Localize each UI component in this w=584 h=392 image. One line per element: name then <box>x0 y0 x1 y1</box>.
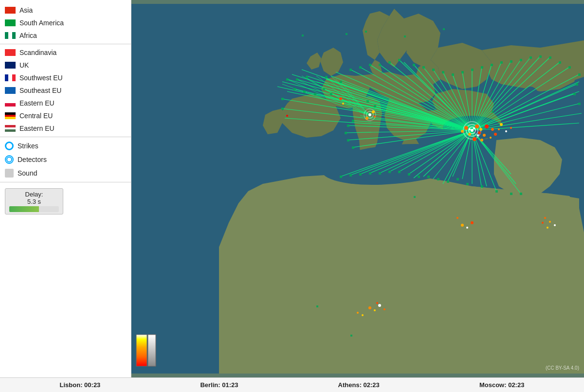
svg-rect-145 <box>340 176 342 178</box>
svg-rect-149 <box>379 172 381 175</box>
svg-point-209 <box>368 306 371 309</box>
svg-rect-153 <box>418 176 420 178</box>
city-berlin: Berlin: 01:23 <box>200 381 238 389</box>
sidebar-item-southwest-eu[interactable]: Southwest EU <box>0 71 131 84</box>
svg-rect-102 <box>296 78 298 81</box>
svg-rect-115 <box>461 71 464 73</box>
svg-rect-140 <box>352 120 354 122</box>
svg-rect-169 <box>443 28 445 30</box>
svg-rect-108 <box>388 61 391 64</box>
sidebar-item-detectors[interactable]: Detectors <box>0 153 131 166</box>
svg-point-199 <box>372 110 375 113</box>
svg-rect-141 <box>347 125 349 127</box>
svg-point-220 <box>547 227 548 229</box>
svg-point-3 <box>518 87 543 135</box>
city-moscow: Moscow: 02:23 <box>479 381 524 389</box>
svg-rect-110 <box>413 64 415 66</box>
svg-rect-133 <box>303 90 306 93</box>
svg-rect-129 <box>573 93 576 95</box>
svg-rect-136 <box>323 88 325 90</box>
svg-rect-159 <box>481 185 483 188</box>
svg-rect-130 <box>578 103 581 105</box>
sidebar-item-uk[interactable]: UK <box>0 59 131 71</box>
svg-point-179 <box>464 126 468 130</box>
svg-rect-127 <box>578 73 581 76</box>
svg-rect-106 <box>369 64 371 66</box>
sidebar-item-africa[interactable]: Africa <box>0 29 131 42</box>
flag-southeast-eu <box>5 87 16 94</box>
svg-rect-160 <box>495 190 498 193</box>
city-athens: Athens: 02:23 <box>338 381 380 389</box>
sidebar-label-south-america: South America <box>19 19 64 27</box>
svg-point-215 <box>362 314 364 316</box>
sidebar-label-africa: Africa <box>19 32 37 39</box>
sidebar-item-eastern-eu-2[interactable]: Eastern EU <box>0 122 131 135</box>
svg-point-206 <box>461 224 464 227</box>
svg-point-178 <box>478 131 481 134</box>
svg-point-190 <box>500 123 503 126</box>
svg-rect-142 <box>345 132 347 134</box>
svg-rect-100 <box>325 76 328 78</box>
sidebar-label-southeast-eu: Southeast EU <box>19 87 61 94</box>
map-svg: (CC BY-SA 4.0) 2811 <box>131 0 584 377</box>
divider-2 <box>0 137 131 137</box>
svg-rect-166 <box>414 196 416 198</box>
svg-rect-144 <box>352 146 354 149</box>
svg-rect-101 <box>306 76 308 78</box>
sidebar-label-eastern-eu-1: Eastern EU <box>19 99 55 107</box>
svg-point-184 <box>485 125 489 128</box>
svg-point-198 <box>368 113 371 116</box>
svg-rect-120 <box>510 60 512 63</box>
svg-point-175 <box>471 129 474 132</box>
flag-southwest-eu <box>5 74 16 81</box>
svg-rect-222 <box>136 335 147 366</box>
sidebar-item-southeast-eu[interactable]: Southeast EU <box>0 84 131 97</box>
delay-progress-bar <box>9 206 59 212</box>
svg-rect-113 <box>442 71 444 73</box>
svg-point-216 <box>544 217 546 219</box>
sidebar-item-scandinavia[interactable]: Scandinavia <box>0 46 131 59</box>
sidebar-item-asia[interactable]: Asia <box>0 4 131 17</box>
map-container[interactable]: (CC BY-SA 4.0) 2811 <box>131 0 584 377</box>
sidebar-item-strikes[interactable]: Strikes <box>0 139 131 153</box>
svg-point-203 <box>342 103 344 105</box>
svg-rect-122 <box>529 56 532 59</box>
svg-rect-147 <box>359 173 362 176</box>
delay-progress-fill <box>9 206 39 212</box>
delay-label: Delay: <box>9 191 59 198</box>
delay-value: 5.3 s <box>9 198 59 205</box>
svg-point-194 <box>505 130 507 132</box>
svg-point-202 <box>339 97 342 100</box>
sidebar-item-eastern-eu-1[interactable]: Eastern EU <box>0 97 131 109</box>
svg-rect-121 <box>520 59 522 61</box>
delay-control[interactable]: Delay: 5.3 s <box>5 188 63 214</box>
svg-point-219 <box>542 222 544 224</box>
sidebar-label-southwest-eu: Southwest EU <box>19 74 63 82</box>
svg-point-187 <box>473 127 475 129</box>
svg-point-213 <box>376 302 378 304</box>
sidebar-label-scandinavia: Scandinavia <box>19 49 56 56</box>
svg-point-214 <box>357 312 359 314</box>
svg-point-189 <box>469 128 471 130</box>
svg-point-205 <box>456 217 458 219</box>
svg-rect-155 <box>437 178 439 180</box>
svg-point-218 <box>554 224 556 226</box>
divider-3 <box>0 182 131 182</box>
sidebar-label-strikes: Strikes <box>18 142 38 150</box>
svg-rect-99 <box>340 81 342 83</box>
sidebar-label-sound: Sound <box>18 169 37 177</box>
sidebar-item-central-eu[interactable]: Central EU <box>0 109 131 122</box>
svg-rect-168 <box>404 36 406 37</box>
svg-rect-116 <box>471 69 474 71</box>
svg-point-192 <box>494 133 497 136</box>
sidebar-item-south-america[interactable]: South America <box>0 17 131 29</box>
svg-rect-163 <box>302 35 304 36</box>
svg-rect-151 <box>398 171 401 173</box>
flag-eastern-eu-1 <box>5 100 16 107</box>
detectors-icon <box>5 155 14 164</box>
svg-rect-134 <box>293 88 296 90</box>
sidebar-item-sound[interactable]: Sound <box>0 166 131 180</box>
flag-south-america <box>5 19 16 26</box>
svg-rect-150 <box>388 171 391 173</box>
sidebar-label-central-eu: Central EU <box>19 112 53 120</box>
